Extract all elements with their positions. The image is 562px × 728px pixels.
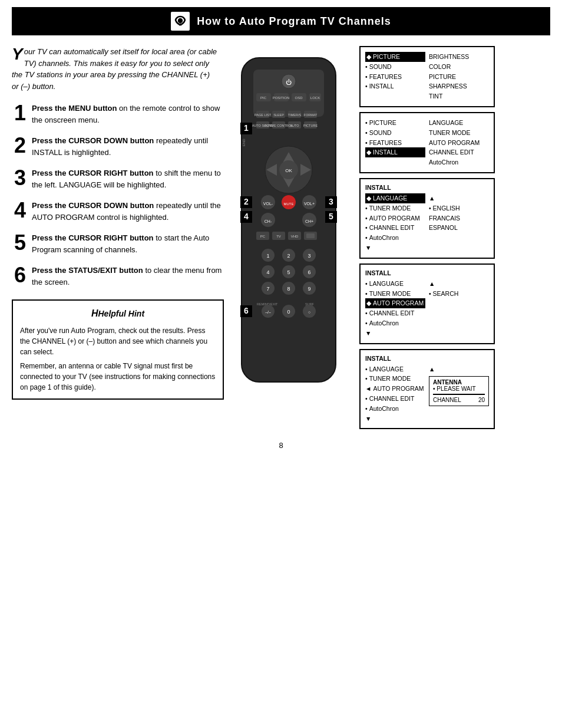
screen-panel-5: INSTALL •LANGUAGE •TUNER MODE ◄AUTO PROG…	[359, 349, 495, 430]
svg-text:VOL+: VOL+	[304, 202, 315, 206]
s5-divider	[433, 394, 485, 395]
step-number: 5	[12, 232, 26, 253]
s4-auto-hl: ◆AUTO PROGRAM	[365, 298, 425, 308]
step-number: 4	[12, 200, 26, 221]
screen-panel-4: INSTALL •LANGUAGE •TUNER MODE ◆AUTO PROG…	[359, 263, 495, 344]
svg-text:–/–: –/–	[265, 310, 271, 314]
svg-text:○: ○	[308, 310, 310, 314]
svg-text:CH+: CH+	[305, 219, 313, 223]
s3-arrow-dn: ▼	[365, 243, 425, 253]
svg-text:FORMAT: FORMAT	[304, 113, 318, 117]
s2-install-hl: ◆INSTALL	[365, 147, 425, 157]
svg-text:6: 6	[308, 269, 310, 275]
s5-arrow-dn: ▼	[365, 414, 425, 424]
screen-panel-2: •PICTURE •SOUND •FEATURES ◆INSTALL LANGU…	[359, 112, 495, 173]
menu-item-picture-hl: ◆PICTURE	[365, 52, 425, 62]
s3-lang-hl: ◆LANGUAGE	[365, 193, 425, 203]
s2-features: •FEATURES	[365, 138, 425, 148]
step-text: Press the CURSOR RIGHT button to start t…	[32, 232, 224, 255]
svg-text:0: 0	[287, 309, 290, 315]
svg-text:TIMER/S: TIMER/S	[288, 113, 302, 117]
svg-text:⏻: ⏻	[286, 79, 292, 85]
svg-text:PICTURE: PICTURE	[303, 124, 318, 127]
s4-autochron: •AutoChron	[365, 318, 425, 328]
opt-color: COLOR	[429, 62, 489, 72]
svg-text:1: 1	[244, 123, 249, 133]
s2-autoprog: AUTO PROGRAM	[429, 138, 489, 148]
s3-autochron: •AutoChron	[365, 233, 425, 243]
s2-language: LANGUAGE	[429, 118, 489, 128]
step-item: 5 Press the CURSOR RIGHT button to start…	[12, 232, 224, 255]
s5-arrow-up: ▲	[429, 364, 489, 374]
svg-text:VHD: VHD	[291, 235, 299, 238]
page-number: 8	[0, 441, 562, 462]
svg-text:1: 1	[266, 253, 269, 259]
svg-text:MUTE: MUTE	[284, 202, 294, 206]
s2-chanedit: CHANNEL EDIT	[429, 147, 489, 157]
header-icon	[171, 12, 190, 31]
svg-text:5: 5	[329, 212, 333, 221]
opt-sharpness: SHARPNESS	[429, 81, 489, 91]
svg-text:8: 8	[287, 286, 290, 292]
steps-list: 1 Press the MENU button on the remote co…	[12, 103, 224, 288]
s3-arrow-up: ▲	[429, 193, 489, 203]
svg-text:3: 3	[308, 253, 310, 259]
s5-auto: ◄AUTO PROGRAM	[365, 384, 425, 394]
step-item: 2 Press the CURSOR DOWN button repeatedl…	[12, 135, 224, 158]
svg-text:SLEEP: SLEEP	[273, 113, 284, 117]
s2-tunermode: TUNER MODE	[429, 128, 489, 138]
step-item: 3 Press the CURSOR RIGHT button to shift…	[12, 167, 224, 190]
svg-text:3: 3	[329, 197, 333, 206]
s3-english: • ENGLISH	[429, 203, 489, 213]
step-number: 2	[12, 135, 26, 156]
s3-espanol: ESPANOL	[429, 223, 489, 233]
s4-search: • SEARCH	[429, 289, 489, 299]
screen-panel-1: ◆PICTURE •SOUND •FEATURES •INSTALL	[359, 46, 495, 107]
step-text: Press the STATUS/EXIT button to clear th…	[32, 265, 224, 288]
step-text: Press the CURSOR DOWN button repeatedly …	[32, 200, 224, 223]
svg-text:PIC: PIC	[260, 96, 267, 100]
svg-text:CH-: CH-	[265, 219, 272, 223]
s4-lang: •LANGUAGE	[365, 279, 425, 289]
step-item: 6 Press the STATUS/EXIT button to clear …	[12, 265, 224, 288]
header-title: How to Auto Program TV Channels	[197, 15, 391, 28]
s3-chanedit: •CHANNEL EDIT	[365, 223, 425, 233]
helpful-hint-box: HHelpful Hint After you've run Auto Prog…	[12, 299, 224, 400]
s3-francais: FRANCAIS	[429, 213, 489, 223]
menu-item-install: •INSTALL	[365, 81, 425, 91]
s4-chanedit: •CHANNEL EDIT	[365, 308, 425, 318]
menu-item-features: •FEATURES	[365, 72, 425, 82]
remote-control-wrapper: ⏻ PIC POSITION OSD LOCK TV END PAGE LIST	[224, 52, 353, 429]
s2-sound: •SOUND	[365, 128, 425, 138]
svg-text:5: 5	[287, 269, 290, 275]
svg-point-0	[178, 19, 182, 22]
opt-brightness: BRIGHTNESS	[429, 52, 489, 62]
s4-arrow-dn: ▼	[365, 328, 425, 338]
svg-text:OK: OK	[285, 168, 292, 173]
s5-lang: •LANGUAGE	[365, 364, 425, 374]
s5-tuner: •TUNER MODE	[365, 374, 425, 384]
s5-title: INSTALL	[365, 355, 489, 362]
step-item: 1 Press the MENU button on the remote co…	[12, 103, 224, 126]
menu-item-sound: •SOUND	[365, 62, 425, 72]
s5-scan-box: ANTENNA • PLEASE WAIT CHANNEL20	[429, 376, 489, 406]
s4-arrow-up: ▲	[429, 279, 489, 289]
svg-text:2: 2	[244, 197, 249, 206]
svg-text:AUTO: AUTO	[290, 124, 299, 127]
s4-title: INSTALL	[365, 269, 489, 276]
svg-text:7: 7	[266, 286, 269, 292]
s5-chanedit: •CHANNEL EDIT	[365, 394, 425, 404]
screens-column: ◆PICTURE •SOUND •FEATURES •INSTALL	[359, 46, 495, 429]
svg-text:2: 2	[287, 253, 290, 259]
svg-text:PC: PC	[260, 235, 266, 238]
svg-text:END: END	[242, 139, 246, 146]
opt-picture: PICTURE	[429, 72, 489, 82]
step-text: Press the CURSOR DOWN button repeatedly …	[32, 135, 224, 158]
step-text: Press the MENU button on the remote cont…	[32, 103, 224, 126]
svg-text:4: 4	[244, 212, 249, 221]
svg-text:TV: TV	[276, 235, 281, 238]
screen-panel-3: INSTALL ◆LANGUAGE •TUNER MODE •AUTO PROG…	[359, 178, 495, 259]
svg-text:OSD: OSD	[295, 96, 303, 100]
step-number: 6	[12, 265, 26, 286]
s3-tuner: •TUNER MODE	[365, 203, 425, 213]
